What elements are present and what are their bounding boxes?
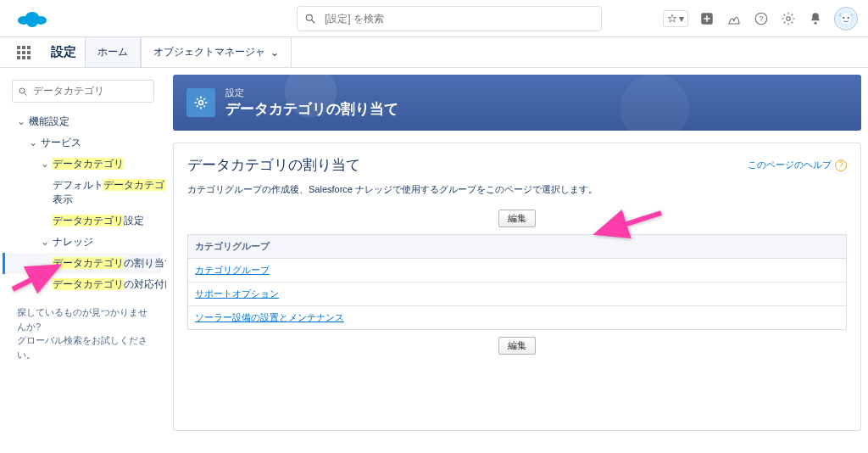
favorites-menu[interactable]: ▾	[663, 10, 688, 27]
add-menu[interactable]	[698, 10, 715, 27]
trailhead-menu[interactable]	[726, 10, 743, 27]
chevron-down-icon: ⌄	[29, 137, 37, 148]
help-icon: ?	[835, 159, 847, 171]
trailhead-icon	[726, 11, 742, 26]
tree-leaf-default-category-view[interactable]: デフォルトデータカテゴリ表示	[5, 175, 161, 210]
tab-home[interactable]: ホーム	[85, 37, 141, 67]
header-utilities: ▾ ?	[663, 7, 858, 31]
setup-menu[interactable]	[780, 10, 797, 27]
nav-bar: 設定 ホーム オブジェクトマネージャ ⌄	[0, 37, 868, 68]
global-search[interactable]	[297, 6, 602, 31]
waffle-icon	[17, 46, 31, 59]
chevron-down-icon: ⌄	[41, 236, 49, 248]
tab-object-manager[interactable]: オブジェクトマネージャ ⌄	[141, 37, 292, 67]
tree-node-feature-settings[interactable]: ⌄機能設定	[5, 111, 161, 132]
page-help-link[interactable]: このページのヘルプ ?	[748, 159, 847, 171]
edit-button-bottom[interactable]: 編集	[498, 337, 536, 355]
svg-point-15	[19, 88, 25, 93]
search-icon	[18, 87, 28, 97]
table-row[interactable]: カテゴリグループ	[188, 259, 846, 282]
question-icon: ?	[754, 11, 769, 26]
annotation-arrow-edit	[589, 208, 665, 244]
svg-point-13	[843, 16, 844, 18]
svg-line-19	[598, 213, 661, 233]
gear-icon	[781, 11, 796, 26]
svg-line-5	[312, 20, 315, 23]
table-row[interactable]: ソーラー設備の設置とメンテナンス	[188, 306, 846, 329]
svg-point-18	[199, 101, 203, 105]
table-header: カテゴリグループ	[188, 235, 846, 259]
panel-title: データカテゴリの割り当て	[187, 155, 360, 175]
app-launcher[interactable]	[12, 37, 36, 67]
svg-text:?: ?	[759, 14, 763, 23]
svg-point-9	[787, 16, 791, 20]
search-icon	[304, 13, 316, 25]
star-icon	[667, 14, 677, 24]
category-group-table: カテゴリグループ カテゴリグループ サポートオプション ソーラー設備の設置とメン…	[187, 234, 847, 330]
global-search-wrap	[297, 6, 602, 31]
panel-description: カテゴリグループの作成後、Salesforce ナレッジで使用するグループをこの…	[187, 183, 847, 196]
tab-object-manager-label: オブジェクトマネージャ	[153, 45, 265, 59]
svg-line-17	[13, 266, 58, 289]
page-hero: 設定 データカテゴリの割り当て	[173, 75, 861, 131]
annotation-arrow-sidebar	[8, 260, 68, 296]
table-row[interactable]: サポートオプション	[188, 282, 846, 306]
user-avatar[interactable]	[834, 7, 858, 31]
svg-point-12	[841, 13, 852, 24]
tree-leaf-data-category-setup[interactable]: データカテゴリ設定	[5, 210, 161, 232]
tab-home-label: ホーム	[97, 45, 128, 59]
tree-node-data-category[interactable]: ⌄データカテゴリ	[5, 154, 161, 175]
chevron-down-icon: ⌄	[17, 115, 25, 127]
breadcrumb: 設定	[225, 87, 398, 99]
plus-icon	[699, 11, 715, 26]
svg-point-14	[848, 16, 849, 18]
quick-find-value: データカテゴリ	[33, 84, 104, 98]
tree-node-knowledge[interactable]: ⌄ナレッジ	[5, 232, 161, 253]
help-menu[interactable]: ?	[753, 10, 770, 27]
edit-button-top[interactable]: 編集	[498, 210, 536, 227]
svg-line-16	[25, 92, 27, 95]
svg-point-3	[27, 20, 37, 27]
notifications-menu[interactable]	[807, 10, 824, 27]
app-name: 設定	[42, 37, 85, 67]
page-title: データカテゴリの割り当て	[225, 99, 398, 119]
astro-avatar-icon	[837, 9, 855, 28]
svg-point-4	[306, 14, 312, 20]
help-link-label: このページのヘルプ	[748, 159, 832, 171]
bell-icon	[808, 11, 823, 26]
tree-node-service[interactable]: ⌄サービス	[5, 132, 161, 154]
chevron-down-icon: ⌄	[41, 158, 49, 170]
main-content: 設定 データカテゴリの割り当て データカテゴリの割り当て このページのヘルプ ?…	[166, 68, 868, 453]
no-results-hint: 探しているものが見つかりませんか? グローバル検索をお試しください。	[5, 295, 161, 372]
gear-icon	[192, 94, 209, 111]
global-search-input[interactable]	[323, 12, 594, 25]
panel: データカテゴリの割り当て このページのヘルプ ? カテゴリグループの作成後、Sa…	[173, 143, 861, 431]
quick-find[interactable]: データカテゴリ	[12, 80, 154, 103]
salesforce-logo[interactable]	[15, 7, 49, 31]
svg-point-10	[815, 21, 817, 24]
hero-icon-box	[186, 88, 215, 117]
chevron-down-icon: ⌄	[270, 47, 279, 59]
global-header: ▾ ?	[0, 0, 868, 37]
